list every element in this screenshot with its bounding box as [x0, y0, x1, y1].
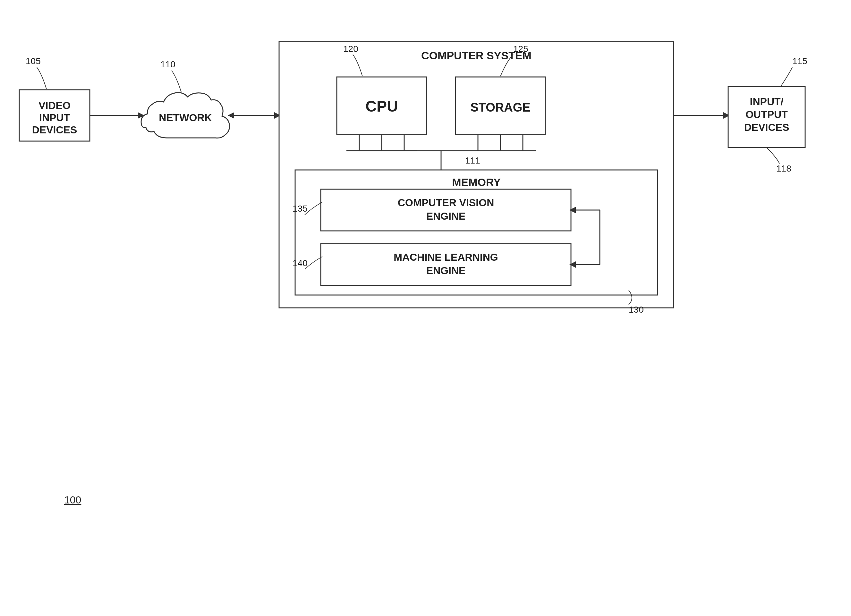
mle-label1: MACHINE LEARNING — [394, 251, 498, 263]
io-label2: OUTPUT — [746, 109, 788, 120]
io-label1: INPUT/ — [750, 96, 783, 107]
ref-118: 118 — [776, 164, 791, 173]
ref-130: 130 — [629, 305, 644, 315]
ref-125: 125 — [513, 44, 528, 54]
mle-box — [321, 244, 571, 285]
ref-110: 110 — [160, 59, 176, 69]
cve-label1: COMPUTER VISION — [398, 197, 494, 209]
ref-111: 111 — [465, 156, 480, 165]
ref-100: 100 — [64, 494, 81, 506]
video-input-label1: VIDEO — [39, 100, 71, 111]
ref-115: 115 — [792, 56, 807, 66]
video-input-label2: INPUT — [39, 112, 70, 123]
cpu-label: CPU — [365, 98, 398, 115]
diagram-container: VIDEO INPUT DEVICES 105 NETWORK 110 COMP… — [0, 0, 851, 616]
ref-120: 120 — [343, 44, 358, 54]
video-input-label3: DEVICES — [32, 124, 77, 136]
ref-140: 140 — [293, 258, 308, 268]
cve-box — [321, 189, 571, 231]
network-label: NETWORK — [159, 112, 212, 123]
storage-label: STORAGE — [470, 101, 530, 114]
io-label3: DEVICES — [744, 122, 789, 133]
ref-105: 105 — [26, 56, 41, 66]
memory-label: MEMORY — [452, 176, 501, 188]
mle-label2: ENGINE — [426, 265, 466, 276]
ref-135: 135 — [293, 204, 308, 213]
cve-label2: ENGINE — [426, 210, 466, 222]
